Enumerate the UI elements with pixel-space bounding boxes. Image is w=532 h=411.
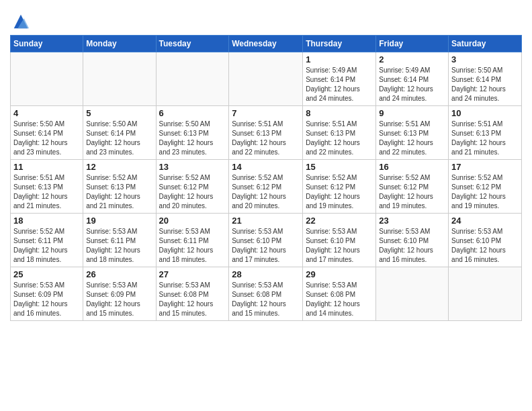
day-number: 10 <box>451 108 519 118</box>
calendar-cell: 23Sunrise: 5:53 AM Sunset: 6:10 PM Dayli… <box>376 214 449 267</box>
calendar-cell: 16Sunrise: 5:52 AM Sunset: 6:12 PM Dayli… <box>376 160 449 214</box>
logo <box>10 12 30 31</box>
calendar-cell: 20Sunrise: 5:53 AM Sunset: 6:11 PM Dayli… <box>156 214 229 267</box>
day-number: 4 <box>13 108 80 118</box>
day-info: Sunrise: 5:53 AM Sunset: 6:11 PM Dayligh… <box>159 227 226 265</box>
day-number: 2 <box>379 54 445 64</box>
day-info: Sunrise: 5:52 AM Sunset: 6:12 PM Dayligh… <box>379 173 445 211</box>
weekday-header-sunday: Sunday <box>11 36 83 52</box>
day-number: 8 <box>306 108 373 118</box>
day-number: 21 <box>232 216 300 226</box>
weekday-header-row: SundayMondayTuesdayWednesdayThursdayFrid… <box>11 36 522 52</box>
calendar-cell: 6Sunrise: 5:50 AM Sunset: 6:13 PM Daylig… <box>156 106 229 160</box>
page-header <box>10 7 522 31</box>
day-number: 18 <box>13 216 80 226</box>
day-info: Sunrise: 5:49 AM Sunset: 6:14 PM Dayligh… <box>306 66 373 103</box>
day-info: Sunrise: 5:53 AM Sunset: 6:10 PM Dayligh… <box>232 227 300 265</box>
day-info: Sunrise: 5:52 AM Sunset: 6:11 PM Dayligh… <box>13 227 80 265</box>
day-info: Sunrise: 5:50 AM Sunset: 6:14 PM Dayligh… <box>451 66 519 103</box>
day-info: Sunrise: 5:51 AM Sunset: 6:13 PM Dayligh… <box>13 173 80 211</box>
calendar-cell: 25Sunrise: 5:53 AM Sunset: 6:09 PM Dayli… <box>11 267 83 321</box>
calendar-cell: 1Sunrise: 5:49 AM Sunset: 6:14 PM Daylig… <box>303 52 376 106</box>
day-info: Sunrise: 5:52 AM Sunset: 6:12 PM Dayligh… <box>159 173 226 211</box>
calendar-cell: 3Sunrise: 5:50 AM Sunset: 6:14 PM Daylig… <box>449 52 522 106</box>
week-row-3: 18Sunrise: 5:52 AM Sunset: 6:11 PM Dayli… <box>11 214 522 267</box>
weekday-header-wednesday: Wednesday <box>229 36 303 52</box>
calendar-cell: 15Sunrise: 5:52 AM Sunset: 6:12 PM Dayli… <box>303 160 376 214</box>
calendar-cell: 29Sunrise: 5:53 AM Sunset: 6:08 PM Dayli… <box>303 267 376 321</box>
calendar-cell: 10Sunrise: 5:51 AM Sunset: 6:13 PM Dayli… <box>449 106 522 160</box>
calendar-cell: 19Sunrise: 5:53 AM Sunset: 6:11 PM Dayli… <box>83 214 156 267</box>
day-info: Sunrise: 5:51 AM Sunset: 6:13 PM Dayligh… <box>232 120 300 157</box>
day-number: 28 <box>232 269 300 279</box>
calendar-cell: 9Sunrise: 5:51 AM Sunset: 6:13 PM Daylig… <box>376 106 449 160</box>
day-number: 15 <box>306 162 373 172</box>
day-info: Sunrise: 5:53 AM Sunset: 6:08 PM Dayligh… <box>159 281 226 318</box>
calendar-cell: 24Sunrise: 5:53 AM Sunset: 6:10 PM Dayli… <box>449 214 522 267</box>
day-info: Sunrise: 5:51 AM Sunset: 6:13 PM Dayligh… <box>306 120 373 157</box>
calendar-cell: 26Sunrise: 5:53 AM Sunset: 6:09 PM Dayli… <box>83 267 156 321</box>
calendar-cell: 22Sunrise: 5:53 AM Sunset: 6:10 PM Dayli… <box>303 214 376 267</box>
day-number: 6 <box>159 108 226 118</box>
day-info: Sunrise: 5:53 AM Sunset: 6:10 PM Dayligh… <box>451 227 519 265</box>
weekday-header-monday: Monday <box>83 36 156 52</box>
day-info: Sunrise: 5:52 AM Sunset: 6:12 PM Dayligh… <box>451 173 519 211</box>
weekday-header-saturday: Saturday <box>449 36 522 52</box>
weekday-header-tuesday: Tuesday <box>156 36 229 52</box>
day-info: Sunrise: 5:52 AM Sunset: 6:12 PM Dayligh… <box>306 173 373 211</box>
calendar-cell: 27Sunrise: 5:53 AM Sunset: 6:08 PM Dayli… <box>156 267 229 321</box>
calendar-cell: 14Sunrise: 5:52 AM Sunset: 6:12 PM Dayli… <box>229 160 303 214</box>
day-info: Sunrise: 5:52 AM Sunset: 6:12 PM Dayligh… <box>232 173 300 211</box>
day-number: 19 <box>86 216 152 226</box>
day-info: Sunrise: 5:50 AM Sunset: 6:13 PM Dayligh… <box>159 120 226 157</box>
day-info: Sunrise: 5:49 AM Sunset: 6:14 PM Dayligh… <box>379 66 445 103</box>
day-number: 9 <box>379 108 445 118</box>
weekday-header-friday: Friday <box>376 36 449 52</box>
day-info: Sunrise: 5:53 AM Sunset: 6:11 PM Dayligh… <box>86 227 152 265</box>
day-info: Sunrise: 5:51 AM Sunset: 6:13 PM Dayligh… <box>451 120 519 157</box>
day-info: Sunrise: 5:52 AM Sunset: 6:13 PM Dayligh… <box>86 173 152 211</box>
calendar-cell: 2Sunrise: 5:49 AM Sunset: 6:14 PM Daylig… <box>376 52 449 106</box>
day-number: 5 <box>86 108 152 118</box>
week-row-1: 4Sunrise: 5:50 AM Sunset: 6:14 PM Daylig… <box>11 106 522 160</box>
calendar-cell: 13Sunrise: 5:52 AM Sunset: 6:12 PM Dayli… <box>156 160 229 214</box>
day-number: 22 <box>306 216 373 226</box>
day-info: Sunrise: 5:50 AM Sunset: 6:14 PM Dayligh… <box>86 120 152 157</box>
week-row-0: 1Sunrise: 5:49 AM Sunset: 6:14 PM Daylig… <box>11 52 522 106</box>
day-number: 26 <box>86 269 152 279</box>
day-number: 16 <box>379 162 445 172</box>
day-info: Sunrise: 5:51 AM Sunset: 6:13 PM Dayligh… <box>379 120 445 157</box>
calendar-cell: 12Sunrise: 5:52 AM Sunset: 6:13 PM Dayli… <box>83 160 156 214</box>
calendar-cell: 7Sunrise: 5:51 AM Sunset: 6:13 PM Daylig… <box>229 106 303 160</box>
day-info: Sunrise: 5:53 AM Sunset: 6:10 PM Dayligh… <box>379 227 445 265</box>
day-number: 23 <box>379 216 445 226</box>
calendar-cell: 18Sunrise: 5:52 AM Sunset: 6:11 PM Dayli… <box>11 214 83 267</box>
day-info: Sunrise: 5:53 AM Sunset: 6:10 PM Dayligh… <box>306 227 373 265</box>
day-number: 17 <box>451 162 519 172</box>
calendar-cell: 11Sunrise: 5:51 AM Sunset: 6:13 PM Dayli… <box>11 160 83 214</box>
calendar-cell: 21Sunrise: 5:53 AM Sunset: 6:10 PM Dayli… <box>229 214 303 267</box>
calendar-cell <box>449 267 522 321</box>
weekday-header-thursday: Thursday <box>303 36 376 52</box>
calendar-cell <box>83 52 156 106</box>
calendar-cell: 8Sunrise: 5:51 AM Sunset: 6:13 PM Daylig… <box>303 106 376 160</box>
calendar-cell: 5Sunrise: 5:50 AM Sunset: 6:14 PM Daylig… <box>83 106 156 160</box>
day-number: 13 <box>159 162 226 172</box>
week-row-2: 11Sunrise: 5:51 AM Sunset: 6:13 PM Dayli… <box>11 160 522 214</box>
calendar-cell <box>156 52 229 106</box>
day-number: 1 <box>306 54 373 64</box>
day-info: Sunrise: 5:53 AM Sunset: 6:08 PM Dayligh… <box>232 281 300 318</box>
day-info: Sunrise: 5:53 AM Sunset: 6:09 PM Dayligh… <box>86 281 152 318</box>
logo-icon <box>11 12 30 31</box>
day-info: Sunrise: 5:53 AM Sunset: 6:08 PM Dayligh… <box>306 281 373 318</box>
day-number: 11 <box>13 162 80 172</box>
calendar-cell: 28Sunrise: 5:53 AM Sunset: 6:08 PM Dayli… <box>229 267 303 321</box>
calendar-cell <box>11 52 83 106</box>
day-number: 14 <box>232 162 300 172</box>
day-number: 7 <box>232 108 300 118</box>
calendar-cell: 17Sunrise: 5:52 AM Sunset: 6:12 PM Dayli… <box>449 160 522 214</box>
calendar-cell: 4Sunrise: 5:50 AM Sunset: 6:14 PM Daylig… <box>11 106 83 160</box>
day-info: Sunrise: 5:53 AM Sunset: 6:09 PM Dayligh… <box>13 281 80 318</box>
week-row-4: 25Sunrise: 5:53 AM Sunset: 6:09 PM Dayli… <box>11 267 522 321</box>
day-number: 12 <box>86 162 152 172</box>
